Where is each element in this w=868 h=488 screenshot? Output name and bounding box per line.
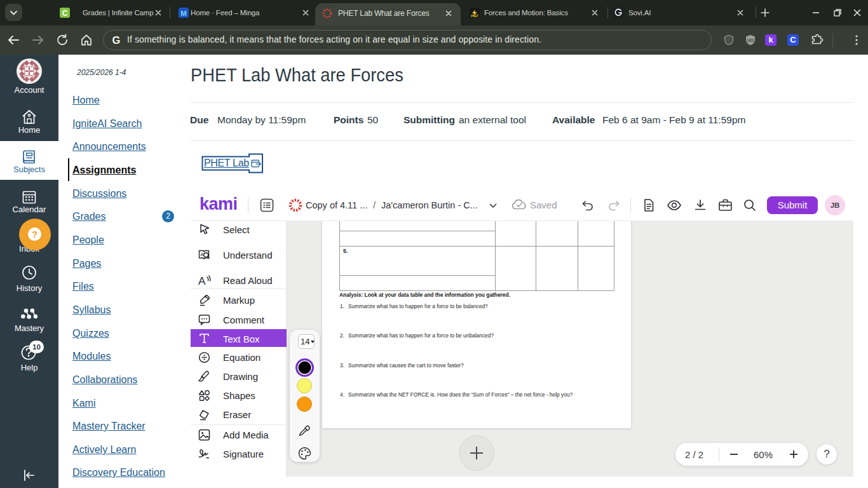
svg-text:2.: 2. bbox=[340, 332, 344, 339]
svg-text:PhET: PhET bbox=[471, 15, 478, 18]
svg-text:Summarize what causes the cart: Summarize what causes the cart to move f… bbox=[348, 362, 464, 369]
svg-text:M: M bbox=[180, 10, 187, 17]
svg-text:5.: 5. bbox=[343, 248, 348, 254]
svg-text:Summarize what the NET FORCE i: Summarize what the NET FORCE is. How doe… bbox=[348, 391, 573, 398]
svg-text:Summarize what has to happen f: Summarize what has to happen for a force… bbox=[348, 332, 494, 339]
svg-text:4.: 4. bbox=[340, 391, 344, 398]
svg-text:UO: UO bbox=[747, 38, 754, 43]
svg-text:Analysis: Look at your data ta: Analysis: Look at your data table and th… bbox=[339, 292, 510, 298]
svg-text:A: A bbox=[198, 275, 206, 287]
svg-text:1.: 1. bbox=[340, 303, 344, 309]
svg-text:C: C bbox=[62, 9, 68, 18]
svg-text:Summarize what has to happen f: Summarize what has to happen for a force… bbox=[348, 303, 488, 309]
svg-text:3.: 3. bbox=[340, 362, 344, 369]
